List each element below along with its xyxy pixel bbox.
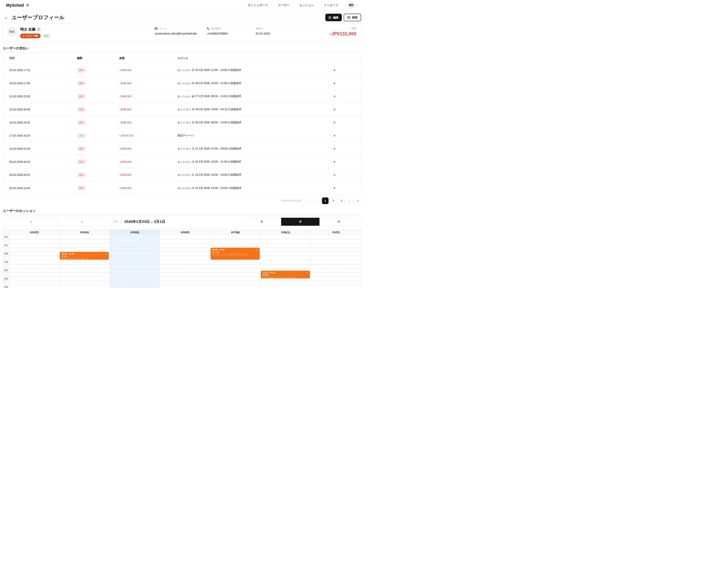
avatar[interactable]: 美田 bbox=[348, 2, 355, 9]
kebab-menu-icon[interactable]: ⋮ bbox=[105, 253, 107, 255]
calendar-cell[interactable] bbox=[160, 268, 210, 277]
calendar-cell[interactable] bbox=[110, 268, 160, 277]
calendar-cell[interactable] bbox=[261, 235, 311, 243]
day-header-2/25(水): 2/25(水) bbox=[110, 230, 160, 235]
session-event[interactable]: 09:30 - 11:00桃子 黒木コンディショニングラダー (プールデッキ)⋮ bbox=[211, 248, 260, 260]
calendar-cell[interactable] bbox=[210, 235, 261, 243]
delete-payment-button[interactable]: ✕ bbox=[332, 146, 337, 151]
delete-payment-button[interactable]: ✕ bbox=[332, 94, 337, 99]
calendar-cell[interactable] bbox=[160, 235, 210, 243]
view-button-日[interactable]: 日 bbox=[320, 218, 358, 226]
calendar-cell[interactable] bbox=[311, 235, 361, 243]
calendar-cell[interactable] bbox=[110, 252, 160, 260]
calendar-cell[interactable] bbox=[210, 277, 261, 285]
calendar-cell[interactable] bbox=[160, 285, 210, 288]
payment-date: 22.02.2026 22:05 bbox=[9, 95, 77, 98]
calendar-hour-row: 14時 bbox=[3, 285, 361, 288]
delete-payment-button[interactable]: ✕ bbox=[332, 185, 337, 191]
calendar-cell[interactable] bbox=[160, 252, 210, 260]
pagination-page-1[interactable]: 1 bbox=[322, 197, 329, 204]
nav-item-2[interactable]: セッション bbox=[299, 3, 314, 7]
calendar-cell[interactable] bbox=[9, 260, 59, 268]
calendar-cell[interactable] bbox=[311, 252, 361, 260]
calendar-cell[interactable] bbox=[110, 235, 160, 243]
pagination-page-3[interactable]: 3 bbox=[338, 197, 345, 204]
calendar-cell[interactable] bbox=[311, 243, 361, 252]
day-header-3/1(日): 3/1(日) bbox=[311, 230, 361, 235]
today-button[interactable]: 今日 bbox=[110, 218, 121, 226]
theme-toggle-sun-icon[interactable] bbox=[26, 4, 29, 7]
calendar-cell[interactable] bbox=[311, 268, 361, 277]
nav-item-0[interactable]: ダッシュボード bbox=[248, 3, 268, 7]
delete-payment-button[interactable]: ✕ bbox=[332, 172, 337, 177]
payment-row: 05.02.2026 00:29 請求 -JP¥6,000 セッション 火 24… bbox=[3, 155, 361, 168]
column-header: コメント bbox=[177, 57, 308, 60]
calendar-cell[interactable] bbox=[9, 268, 59, 277]
calendar-cell[interactable] bbox=[261, 260, 311, 268]
delete-payment-button[interactable]: ✕ bbox=[332, 159, 337, 165]
payment-amount: -JP¥6,000 bbox=[119, 186, 177, 190]
calendar-cell[interactable] bbox=[9, 252, 59, 260]
app-logo: MySched bbox=[6, 3, 24, 8]
kebab-menu-icon[interactable]: ⋮ bbox=[306, 271, 308, 274]
view-button-月[interactable]: 月 bbox=[242, 218, 281, 226]
delete-payment-button[interactable]: ✕ bbox=[332, 120, 337, 125]
calendar-cell[interactable] bbox=[160, 243, 210, 252]
calendar-cell[interactable] bbox=[59, 277, 110, 285]
calendar-controls: ‹ › 今日 2026年2月23日 – 3月1日 月週日 bbox=[3, 215, 361, 226]
calendar-cell[interactable] bbox=[59, 260, 110, 268]
pagination-last-button[interactable]: » bbox=[355, 197, 361, 204]
payment-date: 23.02.2026 17:55 bbox=[9, 82, 77, 85]
calendar-cell[interactable] bbox=[59, 235, 110, 243]
back-arrow-icon[interactable]: ← bbox=[4, 16, 8, 20]
calendar-cell[interactable] bbox=[110, 260, 160, 268]
calendar-cell[interactable] bbox=[59, 243, 110, 252]
calendar-cell[interactable] bbox=[9, 235, 59, 243]
pagination-pages: 123 bbox=[322, 197, 345, 204]
calendar-cell[interactable] bbox=[59, 268, 110, 277]
nav-item-1[interactable]: ユーザー bbox=[278, 3, 290, 7]
calendar-cell[interactable] bbox=[210, 260, 261, 268]
pagination-next-button[interactable]: › bbox=[346, 197, 353, 204]
calendar-cell[interactable] bbox=[311, 285, 361, 288]
calendar-cell[interactable] bbox=[110, 285, 160, 288]
calendar-cell[interactable] bbox=[9, 277, 59, 285]
payment-amount: -JP¥6,000 bbox=[119, 82, 177, 85]
session-event[interactable]: 10:00 - 11:00遥 田代リカバリーフロー (プールデッキ)⋮ bbox=[60, 252, 109, 260]
mail-icon-green[interactable] bbox=[37, 28, 40, 31]
payment-comment: セッション 水 18 3月 2026, 19:00 – 20:15 の自動請求 bbox=[177, 108, 308, 111]
calendar-cell[interactable] bbox=[210, 285, 261, 288]
calendar-next-button[interactable]: › bbox=[57, 218, 107, 226]
calendar-cell[interactable] bbox=[9, 243, 59, 252]
calendar-cell[interactable] bbox=[210, 268, 261, 277]
payment-row: 14.02.2026 02:35 請求 -JP¥6,000 セッション 土 21… bbox=[3, 142, 361, 155]
balance-button[interactable]: 残高 bbox=[344, 13, 361, 21]
calendar-prev-button[interactable]: ‹ bbox=[6, 218, 57, 226]
view-button-週[interactable]: 週 bbox=[281, 218, 320, 226]
calendar-cell[interactable] bbox=[261, 243, 311, 252]
calendar-cell[interactable] bbox=[160, 277, 210, 285]
calendar-cell[interactable] bbox=[311, 260, 361, 268]
calendar-cell[interactable] bbox=[110, 277, 160, 285]
calendar-cell[interactable] bbox=[9, 285, 59, 288]
delete-payment-button[interactable]: ✕ bbox=[332, 81, 337, 86]
delete-payment-button[interactable]: ✕ bbox=[332, 107, 337, 112]
session-event[interactable]: 12:15 - 13:15陸 藤岡テクニカルスパーリング (プールデッキ)⋮ bbox=[261, 271, 310, 279]
kebab-menu-icon[interactable]: ⋮ bbox=[256, 249, 258, 251]
calendar-cell[interactable] bbox=[261, 252, 311, 260]
user-menu[interactable]: 美田 ∨ bbox=[348, 2, 358, 9]
pagination-first-button[interactable]: « bbox=[306, 197, 312, 204]
calendar-cell[interactable] bbox=[59, 285, 110, 288]
delete-payment-button[interactable]: ✕ bbox=[332, 68, 337, 73]
calendar-cell[interactable] bbox=[311, 277, 361, 285]
calendar-cell[interactable] bbox=[110, 243, 160, 252]
edit-button[interactable]: 編集 bbox=[325, 13, 342, 21]
payment-date: 18.02.2026 23:20 bbox=[9, 121, 77, 124]
pagination-page-2[interactable]: 2 bbox=[330, 197, 337, 204]
pagination-prev-button[interactable]: ‹ bbox=[314, 197, 321, 204]
calendar-cell[interactable] bbox=[261, 285, 311, 288]
payment-date: 02.02.2026 13:34 bbox=[9, 186, 77, 190]
delete-payment-button[interactable]: ✕ bbox=[332, 133, 337, 138]
nav-item-3[interactable]: メッセージ bbox=[324, 3, 338, 7]
calendar-cell[interactable] bbox=[160, 260, 210, 268]
